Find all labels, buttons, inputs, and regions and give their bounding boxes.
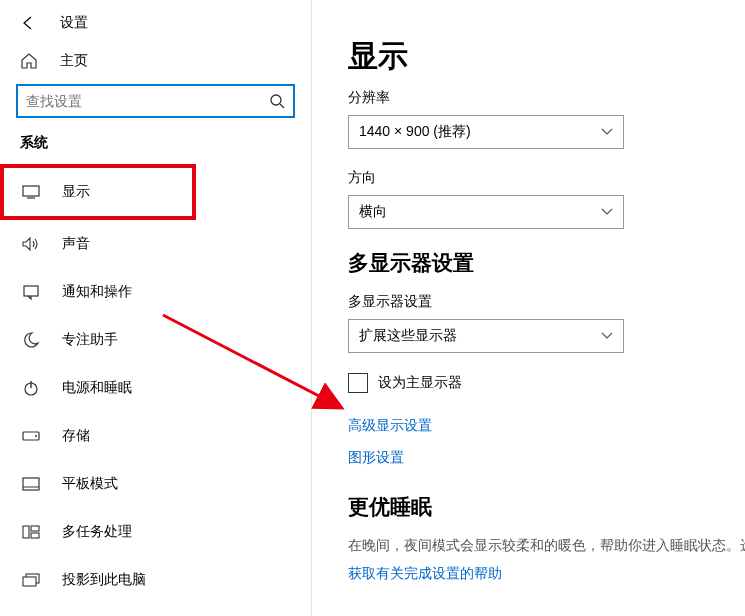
checkbox-label: 设为主显示器: [378, 374, 462, 392]
tablet-icon: [20, 477, 42, 491]
main-content: 显示 分辨率 1440 × 900 (推荐) 方向 横向 多显示器设置 多显示器…: [312, 0, 745, 616]
svg-point-8: [35, 435, 37, 437]
home-label: 主页: [60, 52, 88, 70]
sidebar-item-display[interactable]: 显示: [0, 164, 196, 220]
sidebar-item-tablet[interactable]: 平板模式: [0, 460, 311, 508]
search-input[interactable]: [26, 93, 263, 109]
main-display-checkbox[interactable]: 设为主显示器: [348, 373, 745, 393]
storage-icon: [20, 430, 42, 442]
sidebar-item-storage[interactable]: 存储: [0, 412, 311, 460]
sidebar-item-project[interactable]: 投影到此电脑: [0, 556, 311, 604]
graphics-settings-link[interactable]: 图形设置: [348, 449, 745, 467]
project-icon: [20, 573, 42, 587]
sound-icon: [20, 236, 42, 252]
home-icon: [20, 52, 42, 70]
power-icon: [20, 379, 42, 397]
svg-rect-2: [23, 186, 39, 196]
multi-display-value: 扩展这些显示器: [359, 327, 457, 345]
notification-icon: [20, 284, 42, 300]
sidebar-item-multitask[interactable]: 多任务处理: [0, 508, 311, 556]
sidebar-item-label: 声音: [62, 235, 90, 253]
sidebar-item-power[interactable]: 电源和睡眠: [0, 364, 311, 412]
svg-rect-11: [23, 526, 29, 538]
home-link[interactable]: 主页: [0, 42, 311, 80]
svg-rect-15: [23, 577, 36, 586]
focus-icon: [20, 331, 42, 349]
multi-display-dropdown[interactable]: 扩展这些显示器: [348, 319, 624, 353]
sidebar: 设置 主页 系统 显示 声音: [0, 0, 312, 616]
sidebar-item-label: 通知和操作: [62, 283, 132, 301]
sidebar-item-sound[interactable]: 声音: [0, 220, 311, 268]
svg-rect-12: [31, 526, 39, 531]
svg-rect-4: [24, 286, 38, 296]
orientation-value: 横向: [359, 203, 387, 221]
sidebar-item-label: 平板模式: [62, 475, 118, 493]
page-title: 显示: [348, 36, 745, 77]
sidebar-item-focus[interactable]: 专注助手: [0, 316, 311, 364]
svg-point-0: [271, 95, 281, 105]
checkbox-box: [348, 373, 368, 393]
sidebar-item-label: 投影到此电脑: [62, 571, 146, 589]
sidebar-item-label: 电源和睡眠: [62, 379, 132, 397]
orientation-dropdown[interactable]: 横向: [348, 195, 624, 229]
multitask-icon: [20, 525, 42, 539]
resolution-dropdown[interactable]: 1440 × 900 (推荐): [348, 115, 624, 149]
resolution-value: 1440 × 900 (推荐): [359, 123, 471, 141]
header-title: 设置: [60, 14, 88, 32]
section-label: 系统: [0, 134, 311, 164]
multi-display-label: 多显示器设置: [348, 293, 745, 311]
back-button[interactable]: [20, 15, 36, 31]
sidebar-item-label: 多任务处理: [62, 523, 132, 541]
multi-display-heading: 多显示器设置: [348, 249, 745, 277]
header: 设置: [0, 0, 311, 42]
resolution-label: 分辨率: [348, 89, 745, 107]
sidebar-item-notifications[interactable]: 通知和操作: [0, 268, 311, 316]
search-icon: [269, 93, 285, 109]
sleep-body: 在晚间，夜间模式会显示较柔和的暖色，帮助你进入睡眠状态。选: [348, 537, 745, 555]
sidebar-item-label: 显示: [62, 183, 90, 201]
search-box[interactable]: [16, 84, 295, 118]
svg-rect-9: [23, 478, 39, 490]
svg-line-1: [280, 104, 284, 108]
chevron-down-icon: [601, 332, 613, 340]
chevron-down-icon: [601, 128, 613, 136]
sidebar-item-label: 专注助手: [62, 331, 118, 349]
sleep-help-link[interactable]: 获取有关完成设置的帮助: [348, 565, 745, 583]
orientation-label: 方向: [348, 169, 745, 187]
sidebar-item-label: 存储: [62, 427, 90, 445]
display-icon: [20, 185, 42, 199]
advanced-display-link[interactable]: 高级显示设置: [348, 417, 745, 435]
svg-rect-13: [31, 533, 39, 538]
chevron-down-icon: [601, 208, 613, 216]
sleep-heading: 更优睡眠: [348, 493, 745, 521]
